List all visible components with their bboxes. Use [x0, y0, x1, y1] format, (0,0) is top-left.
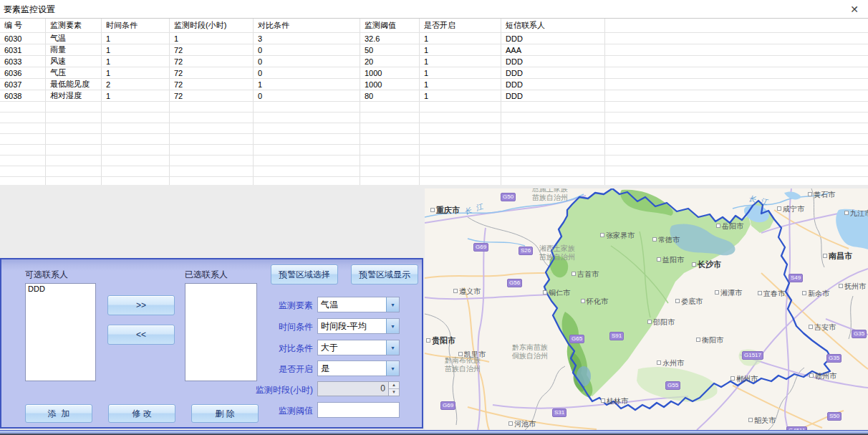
- table-cell: [102, 166, 170, 177]
- table-cell: [46, 166, 102, 177]
- table-row[interactable]: 6031雨量1720501AAA: [0, 44, 868, 56]
- table-cell: 1: [102, 33, 170, 44]
- chevron-down-icon[interactable]: ▼: [386, 340, 399, 355]
- table-cell: [170, 113, 254, 123]
- table-cell: 1: [170, 33, 254, 44]
- map-city-label: 遵义市: [453, 287, 481, 295]
- table-cell: [254, 166, 360, 177]
- map-city-label: 邵阳市: [647, 318, 675, 326]
- table-row[interactable]: 6033风速1720201DDD: [0, 56, 868, 67]
- map-view[interactable]: 重庆市黄石市咸宁市九江市岳阳市张家界市常德市南昌市益阳市长沙市吉首市遵义市铜仁市…: [425, 188, 868, 430]
- table-cell: DDD: [501, 90, 605, 102]
- table-cell: 1: [102, 67, 170, 79]
- column-header[interactable]: 时间条件: [102, 19, 170, 33]
- road-badge: G50: [501, 193, 516, 201]
- monitor-period-spinner[interactable]: 0 ▲ ▼: [317, 381, 400, 396]
- chevron-down-icon[interactable]: ▼: [386, 297, 399, 312]
- add-button[interactable]: 添 加: [25, 404, 92, 423]
- warning-area-display-button[interactable]: 预警区域显示: [351, 264, 418, 285]
- table-cell-filler: [605, 79, 868, 90]
- monitor-element-select[interactable]: 气温 ▼: [317, 297, 400, 312]
- table-cell-filler: [605, 56, 868, 67]
- column-header[interactable]: 短信联系人: [501, 19, 605, 33]
- table-cell-filler: [605, 156, 868, 166]
- time-condition-select[interactable]: 时间段-平均 ▼: [317, 318, 400, 334]
- threshold-input[interactable]: [317, 402, 400, 418]
- spinner-down-icon[interactable]: ▼: [389, 389, 399, 396]
- map-prefecture-label: 湘西土家族苗族自治州: [532, 244, 582, 262]
- map-prefecture-label: 黔南布依族苗族自治州: [438, 356, 488, 373]
- table-cell: DDD: [501, 67, 605, 79]
- table-cell: 1: [420, 67, 501, 79]
- table-cell: 72: [170, 67, 254, 79]
- column-header[interactable]: 是否开启: [420, 19, 501, 33]
- column-header[interactable]: 监测要素: [46, 19, 102, 33]
- table-cell: [254, 134, 360, 145]
- list-item[interactable]: DDD: [26, 285, 95, 294]
- table-cell: [501, 156, 605, 166]
- spinner-up-icon[interactable]: ▲: [389, 382, 399, 389]
- table-row[interactable]: [0, 145, 868, 156]
- table-cell: [170, 156, 254, 166]
- map-city-label: 长沙市: [692, 261, 721, 269]
- table-row[interactable]: [0, 113, 868, 123]
- table-row[interactable]: [0, 134, 868, 145]
- table-cell: [420, 123, 501, 134]
- table-cell-filler: [605, 166, 868, 177]
- column-header[interactable]: 对比条件: [254, 19, 360, 33]
- map-prefecture-label: 恩施土家族苗族自治州: [525, 188, 575, 202]
- close-icon[interactable]: ✕: [848, 3, 861, 16]
- monitor-settings-window: 要素监控设置 ✕ 编 号监测要素时间条件监测时段(小时)对比条件监测阈值是否开启…: [0, 0, 868, 435]
- warning-area-select-button[interactable]: 预警区域选择: [271, 264, 338, 285]
- column-header[interactable]: 监测时段(小时): [170, 19, 254, 33]
- table-cell: 6037: [0, 79, 46, 90]
- table-cell: 1: [102, 90, 170, 102]
- map-prefecture-label: 黔东南苗族侗族自治州: [505, 343, 555, 360]
- table-cell: [0, 156, 46, 166]
- compare-condition-select[interactable]: 大于 ▼: [317, 340, 400, 355]
- table-cell: [420, 156, 501, 166]
- column-header[interactable]: 编 号: [0, 19, 46, 33]
- table-cell: [501, 166, 605, 177]
- table-row[interactable]: 6030气温11332.61DDD: [0, 33, 868, 44]
- map-city-label: 张家界市: [600, 231, 635, 239]
- table-cell: [170, 134, 254, 145]
- table-cell: 72: [170, 44, 254, 56]
- road-badge: G1517: [742, 351, 763, 360]
- window-bottom-edge: [0, 430, 868, 435]
- table-row[interactable]: [0, 166, 868, 177]
- table-row[interactable]: 6037最低能见度272110001DDD: [0, 79, 868, 90]
- map-city-label: 吉首市: [572, 270, 599, 278]
- titlebar: 要素监控设置 ✕: [0, 0, 868, 18]
- table-cell: [254, 113, 360, 123]
- monitor-rules-table[interactable]: 编 号监测要素时间条件监测时段(小时)对比条件监测阈值是否开启短信联系人 603…: [0, 18, 868, 186]
- table-cell: 0: [254, 56, 360, 67]
- table-cell: [102, 134, 170, 145]
- table-cell: 0: [254, 44, 360, 56]
- map-city-label: 黄石市: [808, 191, 835, 199]
- compare-condition-label: 对比条件: [180, 343, 313, 355]
- enabled-select[interactable]: 是 ▼: [317, 360, 400, 376]
- available-contacts-list[interactable]: DDD: [25, 283, 96, 381]
- table-row[interactable]: [0, 102, 868, 113]
- table-cell: [254, 102, 360, 113]
- chevron-down-icon[interactable]: ▼: [386, 319, 399, 333]
- road-badge: S91: [609, 332, 624, 340]
- table-cell: 1000: [360, 67, 420, 79]
- table-row[interactable]: 6038相对湿度1720801DDD: [0, 90, 868, 102]
- table-cell: [501, 145, 605, 156]
- delete-button[interactable]: 删 除: [191, 404, 259, 423]
- table-cell: [46, 145, 102, 156]
- table-row[interactable]: [0, 156, 868, 166]
- move-left-button[interactable]: <<: [107, 325, 175, 345]
- move-right-button[interactable]: >>: [107, 295, 175, 315]
- modify-button[interactable]: 修 改: [108, 404, 175, 423]
- table-cell: [0, 134, 46, 145]
- column-header[interactable]: 监测阈值: [360, 19, 420, 33]
- chevron-down-icon[interactable]: ▼: [386, 361, 399, 376]
- table-row[interactable]: 6036气压172010001DDD: [0, 67, 868, 79]
- table-cell: 6031: [0, 44, 46, 56]
- table-row[interactable]: [0, 123, 868, 134]
- map-city-label: 怀化市: [581, 297, 608, 305]
- table-cell: [0, 166, 46, 177]
